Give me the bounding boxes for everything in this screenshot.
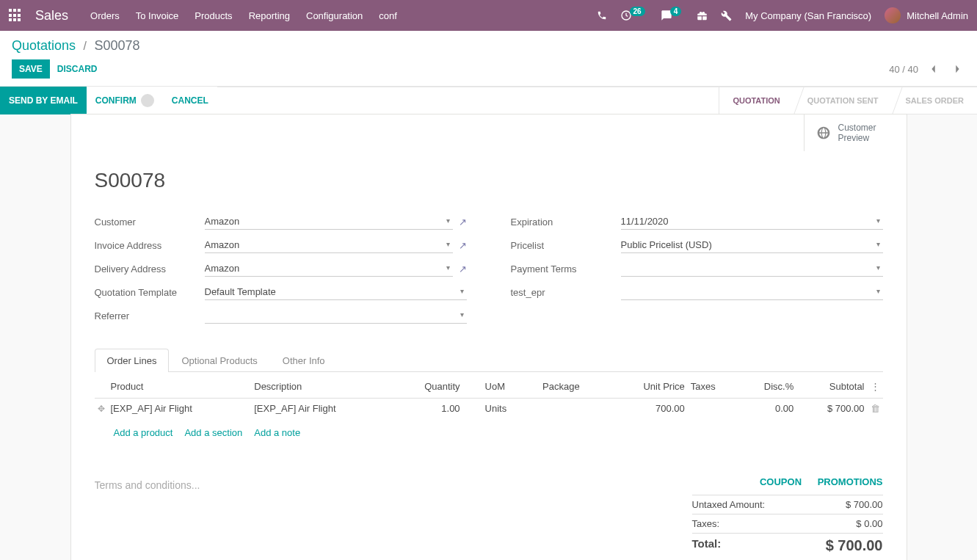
- messages-icon[interactable]: 4: [661, 10, 684, 21]
- cancel-button[interactable]: CANCEL: [163, 87, 217, 114]
- add-section-link[interactable]: Add a section: [184, 427, 242, 438]
- total-value: $ 700.00: [826, 537, 883, 554]
- breadcrumb-root[interactable]: Quotations: [12, 38, 76, 53]
- form-sheet: Customer Preview S00078 Customer ▾ ↗ Inv…: [70, 114, 907, 560]
- external-link-icon[interactable]: ↗: [459, 263, 467, 274]
- promotions-link[interactable]: PROMOTIONS: [818, 476, 883, 487]
- customer-preview-button[interactable]: Customer Preview: [804, 114, 907, 151]
- label-payment-terms: Payment Terms: [511, 263, 621, 274]
- tabs: Order Lines Optional Products Other Info: [95, 348, 883, 372]
- activity-badge: 26: [630, 7, 645, 16]
- th-package: Package: [540, 375, 610, 399]
- statusbar: SEND BY EMAIL CONFIRM CANCEL QUOTATION Q…: [0, 87, 977, 114]
- label-expiration: Expiration: [511, 217, 621, 228]
- taxes-label: Taxes:: [692, 518, 720, 529]
- breadcrumb-separator: /: [84, 40, 87, 52]
- table-row[interactable]: ✥ [EXP_AF] Air Flight [EXP_AF] Air Fligh…: [95, 399, 883, 419]
- trash-icon[interactable]: 🗑: [871, 403, 880, 414]
- label-customer: Customer: [95, 217, 205, 228]
- control-panel: Quotations / S00078 SAVE DISCARD 40 / 40: [0, 31, 977, 87]
- cell-product[interactable]: [EXP_AF] Air Flight: [108, 399, 252, 419]
- label-pricelist: Pricelist: [511, 240, 621, 251]
- menu-orders[interactable]: Orders: [90, 10, 120, 21]
- cell-unit-price[interactable]: 700.00: [610, 399, 688, 419]
- th-uom: UoM: [463, 375, 540, 399]
- add-product-link[interactable]: Add a product: [114, 427, 173, 438]
- stage-sales-order[interactable]: SALES ORDER: [892, 87, 977, 114]
- menu-configuration[interactable]: Configuration: [306, 10, 363, 21]
- untaxed-value: $ 700.00: [846, 499, 883, 510]
- label-quotation-template: Quotation Template: [95, 287, 205, 298]
- cell-uom[interactable]: Units: [463, 399, 540, 419]
- label-referrer: Referrer: [95, 310, 205, 321]
- cell-taxes[interactable]: [688, 399, 738, 419]
- terms-input[interactable]: [95, 476, 692, 494]
- stage-quotation-sent[interactable]: QUOTATION SENT: [793, 87, 892, 114]
- save-button[interactable]: SAVE: [12, 59, 50, 79]
- breadcrumb: Quotations / S00078: [0, 31, 977, 57]
- app-brand[interactable]: Sales: [35, 8, 68, 23]
- pager: 40 / 40: [889, 64, 918, 75]
- th-description: Description: [251, 375, 395, 399]
- taxes-value: $ 0.00: [856, 518, 882, 529]
- input-referrer[interactable]: [205, 308, 467, 324]
- tab-optional-products[interactable]: Optional Products: [169, 349, 269, 372]
- company-switcher[interactable]: My Company (San Francisco): [745, 10, 871, 21]
- user-name: Mitchell Admin: [907, 10, 968, 21]
- record-title: S00078: [95, 169, 883, 192]
- th-unit-price: Unit Price: [610, 375, 688, 399]
- th-taxes: Taxes: [688, 375, 738, 399]
- input-invoice-address[interactable]: [205, 237, 453, 253]
- stat-button-line2: Preview: [838, 133, 876, 143]
- input-customer[interactable]: [205, 214, 453, 230]
- apps-icon[interactable]: [9, 9, 22, 22]
- label-delivery-address: Delivery Address: [95, 263, 205, 274]
- activity-icon[interactable]: 26: [620, 10, 647, 21]
- cell-description[interactable]: [EXP_AF] Air Flight: [251, 399, 395, 419]
- cell-package[interactable]: [540, 399, 610, 419]
- menu-reporting[interactable]: Reporting: [249, 10, 290, 21]
- user-avatar: [885, 7, 901, 23]
- order-lines-table: Product Description Quantity UoM Package…: [95, 375, 883, 447]
- cell-subtotal: $ 700.00: [796, 399, 867, 419]
- th-disc: Disc.%: [738, 375, 797, 399]
- input-test-epr[interactable]: [621, 284, 883, 300]
- send-by-email-button[interactable]: SEND BY EMAIL: [0, 87, 87, 114]
- menu-conf[interactable]: conf: [379, 10, 397, 21]
- input-quotation-template[interactable]: [205, 284, 467, 300]
- add-note-link[interactable]: Add a note: [254, 427, 300, 438]
- tools-icon[interactable]: [721, 10, 732, 21]
- cell-quantity[interactable]: 1.00: [395, 399, 463, 419]
- gift-icon[interactable]: [697, 10, 708, 21]
- confirm-button[interactable]: CONFIRM: [87, 87, 163, 114]
- confirm-user-icon: [141, 94, 154, 107]
- th-subtotal: Subtotal: [796, 375, 867, 399]
- tab-order-lines[interactable]: Order Lines: [95, 349, 170, 372]
- tab-other-info[interactable]: Other Info: [270, 349, 338, 372]
- input-pricelist[interactable]: [621, 237, 883, 253]
- breadcrumb-current: S00078: [94, 38, 139, 53]
- label-invoice-address: Invoice Address: [95, 240, 205, 251]
- pager-prev[interactable]: [926, 61, 942, 77]
- coupon-link[interactable]: COUPON: [760, 476, 802, 487]
- phone-icon[interactable]: [597, 10, 607, 21]
- menu-products[interactable]: Products: [195, 10, 232, 21]
- external-link-icon[interactable]: ↗: [459, 240, 467, 251]
- discard-button[interactable]: DISCARD: [50, 59, 105, 79]
- drag-handle-icon[interactable]: ✥: [98, 404, 105, 414]
- th-product: Product: [108, 375, 252, 399]
- top-navbar: Sales Orders To Invoice Products Reporti…: [0, 0, 977, 31]
- cell-disc[interactable]: 0.00: [738, 399, 797, 419]
- input-delivery-address[interactable]: [205, 261, 453, 277]
- input-payment-terms[interactable]: [621, 261, 883, 277]
- th-kebab[interactable]: ⋮: [868, 375, 883, 399]
- stage-quotation[interactable]: QUOTATION: [719, 87, 793, 114]
- total-label: Total:: [692, 537, 722, 554]
- label-test-epr: test_epr: [511, 287, 621, 298]
- input-expiration[interactable]: [621, 214, 883, 230]
- external-link-icon[interactable]: ↗: [459, 217, 467, 228]
- pager-next[interactable]: [949, 61, 965, 77]
- user-menu[interactable]: Mitchell Admin: [885, 7, 968, 23]
- menu-to-invoice[interactable]: To Invoice: [136, 10, 179, 21]
- messages-badge: 4: [670, 7, 682, 16]
